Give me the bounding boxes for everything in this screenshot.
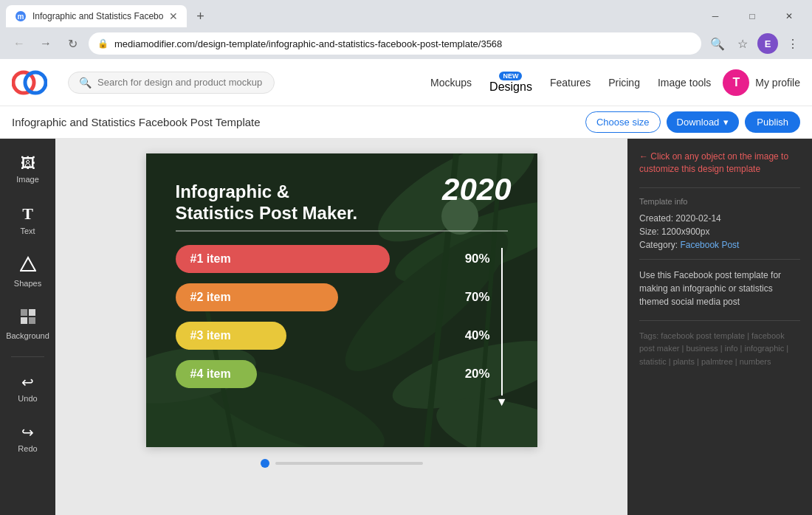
search-icon: 🔍 [79,77,92,89]
sidebar-item-redo[interactable]: ↪ Redo [0,416,55,460]
bar-row-1[interactable]: #1 item 90% [176,245,490,273]
image-icon: 🖼 [21,155,35,172]
panel-divider-1 [639,187,800,188]
sidebar-label-background: Background [6,331,49,340]
arrow-line [501,248,503,395]
browser-chrome: m Infographic and Statistics Facebo ✕ + … [0,0,812,59]
sidebar-label-text: Text [20,227,35,235]
bar-2: #2 item [176,283,338,311]
sidebar-label-shapes: Shapes [14,279,41,288]
bar-row-3[interactable]: #3 item 40% [176,322,490,350]
template-info-label: Template info [639,197,800,206]
sidebar: 🖼 Image T Text Shapes [0,139,55,515]
sidebar-item-background[interactable]: Background [0,301,55,348]
window-controls: ─ □ ✕ [698,5,806,27]
text-icon: T [22,204,33,224]
canvas-area[interactable]: 2020 Infographic & Statistics Post Maker… [55,139,627,515]
description-text: Use this Facebook post template for maki… [639,269,800,308]
nav-designs[interactable]: NEW Designs [489,72,532,94]
tab-close-button[interactable]: ✕ [169,10,178,22]
sidebar-item-shapes[interactable]: Shapes [0,249,55,295]
size-info: Size: 1200x900px [639,227,800,237]
bar-4: #4 item [176,360,257,388]
url-text: mediamodifier.com/design-template/infogr… [114,38,692,49]
profile-name[interactable]: My profile [755,77,800,89]
bar-2-pct: 70% [465,290,490,305]
nav-links: Mockups NEW Designs Features Pricing Ima… [430,72,711,94]
nav-features[interactable]: Features [550,77,591,89]
infographic-content: Infographic & Statistics Post Maker. #1 … [176,182,508,409]
panel-divider-3 [639,320,800,321]
category-link[interactable]: Facebook Post [680,240,739,250]
download-button[interactable]: Download ▾ [667,111,740,133]
new-tab-button[interactable]: + [190,6,210,27]
infographic-title: Infographic & Statistics Post Maker. [176,182,508,232]
svg-rect-6 [29,309,35,316]
browser-profile-icon[interactable]: E [757,33,778,54]
app: 🔍 Mockups NEW Designs Features Pricing I… [0,59,812,515]
publish-button[interactable]: Publish [745,111,800,133]
search-icon[interactable]: 🔍 [707,33,728,54]
sidebar-item-text[interactable]: T Text [0,197,55,243]
bar-1: #1 item [176,245,390,273]
bookmark-icon[interactable]: ☆ [732,33,753,54]
new-badge: NEW [499,72,522,80]
logo[interactable] [12,69,47,96]
right-panel: ← Click on any object on the image to cu… [627,139,812,515]
category-info: Category: Facebook Post [639,240,800,250]
lock-icon: 🔒 [97,38,109,49]
browser-tab[interactable]: m Infographic and Statistics Facebo ✕ [6,5,187,27]
tags-content: facebook post template | facebook post m… [639,331,788,366]
url-bar[interactable]: 🔒 mediamodifier.com/design-template/info… [89,32,701,55]
shapes-icon [20,256,36,276]
back-button[interactable]: ← [9,33,30,54]
scroll-track[interactable] [275,462,423,465]
minimize-button[interactable]: ─ [698,5,732,27]
bar-1-pct: 90% [465,252,490,266]
page-header: Infographic and Statistics Facebook Post… [0,106,812,139]
nav-image-tools[interactable]: Image tools [658,77,711,89]
nav-pricing[interactable]: Pricing [608,77,640,89]
redo-icon: ↪ [21,424,34,441]
svg-rect-8 [29,317,35,324]
hint-text: ← Click on any object on the image to cu… [639,151,800,176]
avatar[interactable]: T [723,69,749,96]
download-arrow-icon: ▾ [723,117,729,128]
nav-designs-label: Designs [489,80,532,94]
bar-row-2[interactable]: #2 item 70% [176,283,490,311]
bars-list: #1 item 90% #2 item 70% [176,245,490,398]
main-layout: 🖼 Image T Text Shapes [0,139,812,515]
scroll-indicator [261,459,423,468]
maximize-button[interactable]: □ [735,5,769,27]
arrow-line-container: ▼ [496,248,508,409]
refresh-button[interactable]: ↻ [62,33,83,54]
nav-mockups[interactable]: Mockups [430,77,472,89]
svg-rect-5 [21,309,27,316]
navbar: 🔍 Mockups NEW Designs Features Pricing I… [0,59,812,106]
infographic-canvas[interactable]: 2020 Infographic & Statistics Post Maker… [146,153,537,447]
category-label: Category: [639,240,678,250]
created-info: Created: 2020-02-14 [639,213,800,224]
scroll-dot [261,459,269,468]
page-title: Infographic and Statistics Facebook Post… [12,116,585,128]
svg-rect-7 [21,317,27,324]
arrow-down-icon: ▼ [496,395,508,409]
bar-row-4[interactable]: #4 item 20% [176,360,490,388]
search-bar[interactable]: 🔍 [68,72,275,94]
bars-container: #1 item 90% #2 item 70% [176,245,508,409]
close-button[interactable]: ✕ [772,5,806,27]
background-icon [20,308,36,328]
svg-marker-4 [21,258,35,271]
profile-area: T My profile [723,69,800,96]
choose-size-button[interactable]: Choose size [585,111,661,133]
search-input[interactable] [97,77,264,88]
menu-icon[interactable]: ⋮ [782,33,803,54]
sidebar-divider [11,356,44,357]
bar-3-pct: 40% [465,328,490,343]
tags-text: Tags: facebook post template | facebook … [639,330,800,369]
sidebar-label-image: Image [16,175,39,184]
sidebar-item-image[interactable]: 🖼 Image [0,148,55,191]
tags-label: Tags: [639,331,658,340]
sidebar-item-undo[interactable]: ↩ Undo [0,366,55,410]
forward-button[interactable]: → [35,33,56,54]
